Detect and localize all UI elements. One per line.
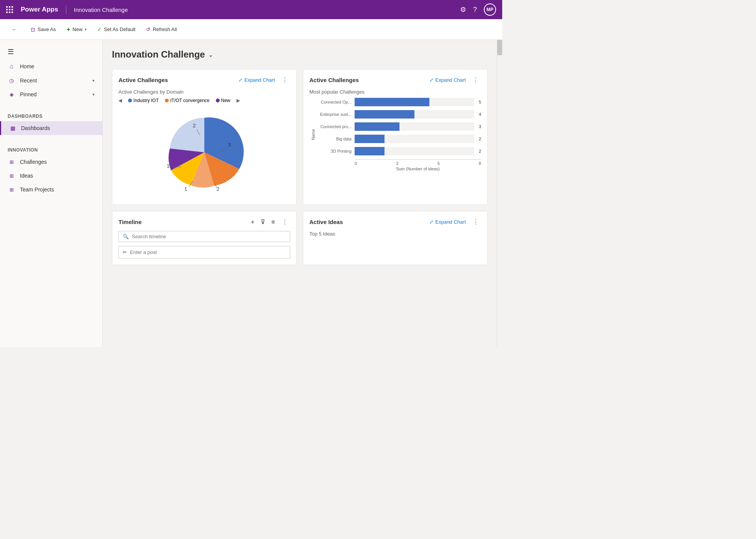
app-grid-button[interactable] [6,6,13,13]
page-title: Innovation Challenge [112,49,205,60]
timeline-search-box[interactable]: 🔍 [118,231,290,242]
ideas-expand-chart-button[interactable]: ⤢ Expand Chart [428,218,468,226]
sidebar-dashboards-label: Dashboards [21,125,95,131]
bar-track-3 [355,135,474,143]
legend-nav-left[interactable]: ◀ [118,98,122,103]
sidebar-item-ideas[interactable]: ⊞ Ideas [0,169,102,183]
sidebar-recent-label: Recent [20,77,88,84]
legend-item-1: IT/OT convergence [165,98,210,103]
legend-dot-2 [216,99,220,102]
legend-nav-right[interactable]: ▶ [237,98,240,103]
legend-label-0: Industry IOT [133,98,159,103]
x-tick-1: 3 [396,161,398,166]
right-scrollbar [497,40,502,347]
pinned-icon: ◈ [8,91,15,97]
bar-value-4: 2 [479,149,481,153]
pie-expand-chart-button[interactable]: ⤢ Expand Chart [237,76,277,84]
bar-row-3: Big data 2 [317,135,481,143]
bar-card-body: Most popular Challenges Name Connected O… [309,89,481,171]
bar-row-0: Connected Op... 5 [317,98,481,106]
timeline-post-input[interactable] [130,249,286,255]
legend-label-1: IT/OT convergence [170,98,210,103]
legend-dot-1 [165,99,169,102]
bar-value-3: 2 [479,137,481,141]
timeline-card: Timeline + ⊽ ≡ ⋮ 🔍 ✏ [112,211,297,265]
save-as-icon: ⊡ [31,26,35,33]
sidebar-item-pinned[interactable]: ◈ Pinned ▾ [0,87,102,101]
bar-chart-with-axis: Name Connected Op... 5 [309,98,481,171]
settings-icon[interactable]: ⚙ [460,5,466,14]
ideas-more-button[interactable]: ⋮ [470,218,481,226]
sidebar-home-label: Home [20,63,95,69]
user-avatar[interactable]: MP [484,3,496,16]
new-chevron-icon: ▾ [85,27,87,31]
bar-fill-0 [355,98,429,106]
bar-label-4: 3D Printing [317,149,352,153]
svg-text:1: 1 [167,163,169,169]
timeline-card-header: Timeline + ⊽ ≡ ⋮ [118,218,290,226]
sidebar-item-home[interactable]: ⌂ Home [0,59,102,74]
bar-expand-label: Expand Chart [436,77,466,83]
bar-value-0: 5 [479,100,481,104]
content-area: Innovation Challenge ⌄ Active Challenges… [103,40,497,347]
bar-row-1: Enterprise sust... 4 [317,110,481,119]
timeline-filter-button[interactable]: ⊽ [259,218,267,226]
svg-text:3: 3 [228,142,231,148]
dashboards-icon: ▦ [9,125,16,131]
pinned-chevron-icon: ▾ [92,92,95,97]
bar-fill-3 [355,135,385,143]
bar-row-4: 3D Printing 2 [317,147,481,155]
timeline-more-button[interactable]: ⋮ [279,218,290,226]
bar-fill-1 [355,110,414,119]
ideas-subtitle: Top 5 Ideas [309,231,481,237]
save-as-button[interactable]: ⊡ Save As [26,24,61,35]
help-icon[interactable]: ? [473,6,477,14]
svg-text:2: 2 [217,186,219,192]
ideas-card-title: Active Ideas [309,219,425,225]
sidebar-item-dashboards[interactable]: ▦ Dashboards [0,121,102,135]
bar-label-0: Connected Op... [317,100,352,104]
sidebar-item-team-projects[interactable]: ⊞ Team Projects [0,183,102,196]
scrollbar-thumb[interactable] [497,40,502,55]
refresh-icon: ↺ [146,26,150,32]
refresh-all-label: Refresh All [153,26,177,32]
sidebar-pinned-label: Pinned [20,91,88,97]
ideas-card-header: Active Ideas ⤢ Expand Chart ⋮ [309,218,481,226]
app-brand-name: Power Apps [21,6,58,13]
legend-item-2: New [216,98,230,103]
set-as-default-button[interactable]: ✓ Set As Default [93,24,140,35]
dashboard-grid: Active Challenges ⤢ Expand Chart ⋮ Activ… [112,69,488,265]
pie-card-body: Active Challenges by Domain ◀ Industry I… [118,89,290,198]
bar-value-1: 4 [479,112,481,117]
sidebar-item-challenges[interactable]: ⊞ Challenges [0,155,102,169]
refresh-all-button[interactable]: ↺ Refresh All [141,24,181,35]
active-ideas-card: Active Ideas ⤢ Expand Chart ⋮ Top 5 Idea… [303,211,488,265]
back-button[interactable]: ← [8,24,21,35]
new-button[interactable]: + New ▾ [62,24,91,35]
bar-expand-chart-button[interactable]: ⤢ Expand Chart [428,76,468,84]
timeline-search-input[interactable] [132,234,286,239]
x-axis-title: Sum (Number of ideas) [355,166,481,171]
home-icon: ⌂ [8,63,15,70]
bar-card-header: Active Challenges ⤢ Expand Chart ⋮ [309,76,481,84]
timeline-add-button[interactable]: + [249,218,256,226]
plus-icon: + [67,26,70,33]
legend-dot-0 [128,99,132,102]
bar-expand-icon: ⤢ [429,77,434,83]
timeline-post-box[interactable]: ✏ [118,246,290,259]
pie-more-button[interactable]: ⋮ [279,76,290,84]
challenges-icon: ⊞ [8,159,15,165]
main-layout: ☰ ⌂ Home ◷ Recent ▾ ◈ Pinned ▾ Dashboard… [0,40,502,347]
pie-card-header: Active Challenges ⤢ Expand Chart ⋮ [118,76,290,84]
pie-legend: ◀ Industry IOT IT/OT convergence New [118,98,290,103]
bar-track-0 [355,98,474,106]
active-challenges-bar-card: Active Challenges ⤢ Expand Chart ⋮ Most … [303,69,488,205]
page-title-chevron-icon[interactable]: ⌄ [208,51,213,58]
new-label: New [72,26,82,32]
bar-more-button[interactable]: ⋮ [470,76,481,84]
pie-card-title: Active Challenges [118,77,234,83]
bar-value-2: 3 [479,124,481,129]
sidebar-item-recent[interactable]: ◷ Recent ▾ [0,74,102,87]
timeline-sort-button[interactable]: ≡ [270,218,276,226]
sidebar-menu-button[interactable]: ☰ [0,45,102,59]
